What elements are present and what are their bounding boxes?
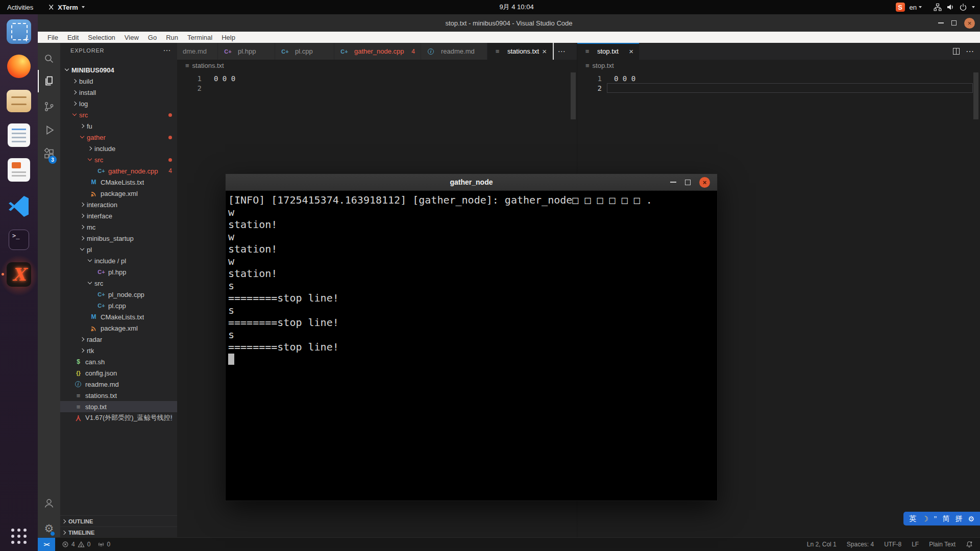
terminal-titlebar[interactable]: gather_node × — [226, 174, 717, 191]
status-lf[interactable]: LF — [912, 541, 919, 548]
terminal-output[interactable]: [INFO] [1725415374.163918112] [gather_no… — [226, 191, 717, 500]
tree-item-src[interactable]: src — [60, 109, 177, 120]
power-icon[interactable] — [959, 3, 967, 11]
dock-item-screenshot-tool[interactable] — [7, 19, 31, 44]
dock-item-show-apps[interactable] — [7, 524, 31, 548]
tree-item-pl-node-cpp[interactable]: C+pl_node.cpp — [60, 289, 177, 300]
ime-pinyin[interactable]: 拼 — [955, 514, 962, 523]
tab-dme-md[interactable]: dme.md — [177, 43, 218, 60]
tab-stations-txt[interactable]: ≡stations.txt× — [487, 43, 553, 60]
status-plain-text[interactable]: Plain Text — [929, 541, 955, 548]
problems-indicator[interactable]: 4 0 — [58, 538, 94, 551]
dock-item-files[interactable] — [7, 89, 31, 113]
status-utf-8[interactable]: UTF-8 — [884, 541, 901, 548]
tree-item-build[interactable]: build — [60, 76, 177, 87]
tree-item-stop-txt[interactable]: ≡stop.txt — [60, 401, 177, 412]
sogou-input-icon[interactable]: S — [896, 3, 905, 12]
code-line[interactable]: 10 0 0 — [577, 73, 980, 83]
account-icon[interactable] — [41, 495, 57, 511]
dock-item-xterm[interactable]: X — [7, 262, 31, 287]
tree-item-stations-txt[interactable]: ≡stations.txt — [60, 390, 177, 401]
status-ln-2-col-1[interactable]: Ln 2, Col 1 — [807, 541, 837, 548]
ports-indicator[interactable]: 0 — [94, 538, 114, 551]
focused-app-menu[interactable]: XTerm — [48, 4, 85, 11]
maximize-button[interactable] — [685, 180, 691, 185]
tree-item-pl[interactable]: pl — [60, 244, 177, 255]
ime-settings-icon[interactable]: ⚙ — [968, 515, 974, 523]
dock-item-firefox[interactable] — [7, 54, 31, 79]
menu-run[interactable]: Run — [161, 34, 183, 41]
tree-item-package-xml[interactable]: package.xml — [60, 188, 177, 199]
run-debug-icon[interactable] — [41, 122, 57, 138]
close-icon[interactable]: × — [629, 47, 633, 56]
code-line[interactable]: 2 — [577, 83, 980, 93]
chevron-down-icon[interactable] — [972, 6, 975, 8]
menu-view[interactable]: View — [120, 34, 143, 41]
menu-help[interactable]: Help — [217, 34, 240, 41]
tab-gather-node-cpp[interactable]: C+gather_node.cpp4 — [334, 43, 421, 60]
tree-item-readme-md[interactable]: ireadme.md — [60, 379, 177, 390]
dock-item-vscode[interactable] — [7, 193, 31, 217]
breadcrumb-file[interactable]: stop.txt — [593, 62, 614, 69]
volume-icon[interactable] — [946, 3, 954, 11]
vscode-titlebar[interactable]: stop.txt - minibus0904 - Visual Studio C… — [38, 14, 980, 32]
code-line[interactable]: 10 0 0 — [177, 73, 577, 83]
breadcrumb[interactable]: ≡ stations.txt — [177, 60, 577, 71]
tree-item-can-sh[interactable]: $can.sh — [60, 356, 177, 367]
tree-item-package-xml[interactable]: package.xml — [60, 322, 177, 334]
close-button[interactable]: × — [964, 18, 975, 29]
tree-item-fu[interactable]: fu — [60, 120, 177, 132]
breadcrumb-file[interactable]: stations.txt — [192, 62, 224, 69]
scrollbar[interactable] — [571, 72, 576, 119]
close-button[interactable]: × — [699, 177, 710, 188]
tree-item-include-pl[interactable]: include / pl — [60, 255, 177, 266]
tree-item-radar[interactable]: radar — [60, 334, 177, 345]
explorer-more-actions[interactable]: ⋯ — [163, 46, 171, 55]
tree-item-src[interactable]: src — [60, 278, 177, 289]
tree-item-minibus0904[interactable]: MINIBUS0904 — [60, 64, 177, 76]
clock[interactable]: 9月 4 10:04 — [499, 3, 533, 12]
menu-file[interactable]: File — [43, 34, 63, 41]
search-icon[interactable] — [41, 51, 57, 67]
status-spaces-4[interactable]: Spaces: 4 — [847, 541, 874, 548]
menu-terminal[interactable]: Terminal — [183, 34, 217, 41]
tree-item-minibus-startup[interactable]: minibus_startup — [60, 233, 177, 244]
tree-item-pl-hpp[interactable]: C+pl.hpp — [60, 266, 177, 278]
ime-punctuation[interactable]: ’’ — [934, 515, 937, 523]
tab-stop-txt[interactable]: ≡stop.txt× — [577, 43, 640, 60]
tab-pl-cpp[interactable]: C+pl.cpp — [275, 43, 334, 60]
network-icon[interactable] — [934, 3, 942, 11]
activities-button[interactable]: Activities — [7, 4, 33, 11]
dock-item-libreoffice-writer[interactable] — [7, 123, 31, 148]
dock-item-libreoffice-impress[interactable] — [7, 158, 31, 183]
explorer-icon[interactable] — [41, 73, 57, 89]
restore-button[interactable] — [951, 20, 957, 26]
breadcrumb[interactable]: ≡ stop.txt — [577, 60, 980, 71]
minimize-button[interactable] — [670, 182, 676, 183]
ime-simplified[interactable]: 简 — [942, 514, 949, 523]
tree-item-gather[interactable]: gather — [60, 132, 177, 143]
remote-indicator[interactable]: >< — [38, 538, 55, 551]
dock-item-terminal[interactable]: >_ — [7, 228, 31, 252]
tree-item-config-json[interactable]: {}config.json — [60, 367, 177, 379]
tree-item-cmakelists-txt[interactable]: MCMakeLists.txt — [60, 177, 177, 188]
tree-item-pl-cpp[interactable]: C+pl.cpp — [60, 300, 177, 311]
tree-item-gather-node-cpp[interactable]: C+gather_node.cpp4 — [60, 165, 177, 177]
tab-readme-md[interactable]: ireadme.md — [421, 43, 487, 60]
tree-item-include[interactable]: include — [60, 143, 177, 154]
tree-item-cmakelists-txt[interactable]: MCMakeLists.txt — [60, 311, 177, 322]
menu-selection[interactable]: Selection — [83, 34, 119, 41]
tree-item-interface[interactable]: interface — [60, 210, 177, 221]
code-line[interactable]: 2 — [177, 83, 577, 93]
keyboard-layout-indicator[interactable]: en — [910, 4, 922, 11]
tree-item-rtk[interactable]: rtk — [60, 345, 177, 356]
tree-item-src[interactable]: src — [60, 154, 177, 165]
tree-item-interaction[interactable]: interaction — [60, 199, 177, 210]
scrollbar[interactable] — [973, 72, 978, 119]
tree-item-mc[interactable]: mc — [60, 221, 177, 233]
source-control-icon[interactable] — [41, 98, 57, 115]
tree-item-install[interactable]: install — [60, 87, 177, 98]
timeline-section[interactable]: TIMELINE — [60, 527, 177, 537]
ime-lang[interactable]: 英 — [909, 514, 916, 523]
editor-more-actions[interactable]: ⋯ — [966, 46, 974, 56]
